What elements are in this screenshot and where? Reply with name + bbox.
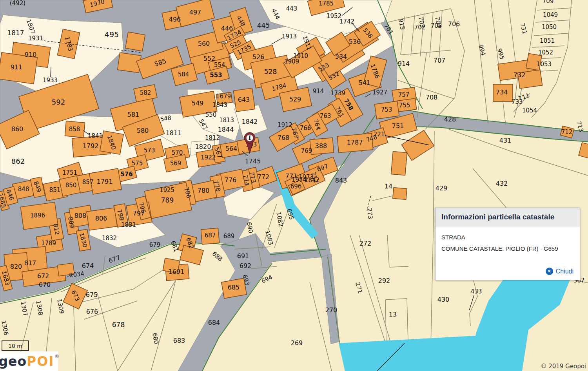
building-footprint (233, 88, 255, 112)
cadastral-commune-text: COMUNE CATASTALE: PIGLIO (FR) - G659 (441, 243, 574, 254)
building-footprint (65, 121, 85, 138)
info-panel: Informazioni particella catastale STRADA… (435, 208, 580, 280)
building-footprint (221, 278, 247, 298)
close-button[interactable]: ✕ Chiudi (546, 268, 573, 275)
logo-text-geo: geo (0, 354, 27, 369)
building-footprint (216, 92, 232, 104)
building-footprint (163, 258, 180, 273)
building-footprint (57, 263, 74, 276)
copyright-text: © 2019 Geopoi (541, 363, 586, 370)
building-footprint (517, 70, 542, 89)
building-footprint (310, 138, 334, 155)
map-marker[interactable]: I (242, 132, 258, 156)
logo-text-poi: POI (27, 354, 54, 369)
building-footprint (100, 131, 123, 154)
building-footprint (20, 202, 58, 230)
geopoi-logo: geo POI ® (0, 351, 58, 371)
scale-bar: 10 m (2, 340, 29, 351)
map-canvas[interactable]: (492)19701807181719311783495910911193359… (0, 0, 588, 371)
scale-bar-label: 10 m (8, 343, 22, 349)
building-footprint (493, 84, 513, 101)
building-footprint (201, 228, 219, 244)
building-footprint (0, 52, 37, 84)
map-graphics (0, 0, 588, 371)
info-panel-title: Informazioni particella catastale (436, 208, 580, 226)
building-footprint (393, 188, 407, 200)
marker-glyph: I (249, 135, 251, 141)
building-footprint (526, 53, 542, 70)
building-footprint (87, 208, 117, 230)
close-button-label[interactable]: Chiudi (556, 268, 573, 275)
building-footprint (375, 101, 399, 119)
building-footprint (391, 152, 407, 176)
building-footprint (125, 32, 145, 51)
registered-mark-icon: ® (54, 353, 60, 359)
close-icon[interactable]: ✕ (546, 268, 553, 275)
building-footprint (89, 168, 122, 194)
building-footprint (337, 133, 373, 153)
parcel-type-text: STRADA (441, 232, 574, 243)
